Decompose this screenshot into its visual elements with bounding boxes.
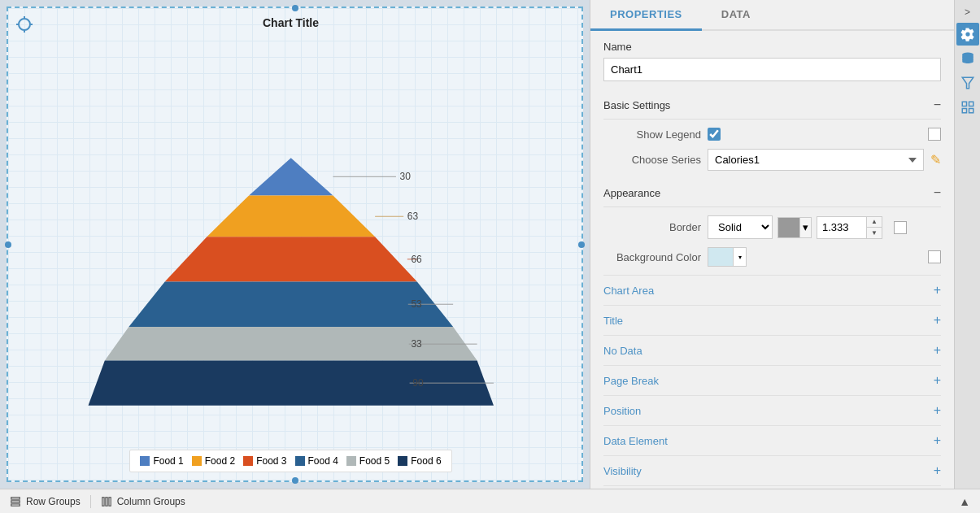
- right-sidebar: >: [954, 0, 980, 489]
- border-color-swatch[interactable]: [777, 217, 800, 238]
- resize-handle-top[interactable]: [292, 5, 298, 11]
- basic-settings-title: Basic Settings: [603, 99, 670, 111]
- choose-series-select[interactable]: Calories1: [708, 149, 924, 171]
- show-legend-checkbox2[interactable]: [928, 128, 941, 141]
- bg-color-label: Background Color: [603, 251, 701, 263]
- expandable-position[interactable]: Position +: [603, 395, 941, 425]
- show-legend-label: Show Legend: [603, 128, 701, 141]
- pyramid-chart: 30 63 66: [44, 150, 538, 443]
- legend-color-food5: [346, 456, 356, 466]
- name-input[interactable]: [603, 58, 941, 81]
- chevron-up-btn[interactable]: ▲: [959, 495, 970, 508]
- svg-rect-20: [969, 102, 973, 106]
- crosshair-icon[interactable]: [15, 15, 34, 34]
- border-width-group: ▲ ▼: [817, 216, 882, 239]
- chart-widget[interactable]: Chart Title 30: [7, 7, 583, 482]
- border-color-dropdown[interactable]: ▾: [800, 217, 812, 238]
- canvas-area: Chart Title 30: [0, 0, 590, 489]
- svg-text:90: 90: [412, 377, 424, 389]
- expandable-sections: Chart Area + Title + No Data + Page Brea…: [603, 275, 941, 489]
- svg-text:30: 30: [399, 171, 411, 182]
- chart-inner: Chart Title 30: [16, 16, 565, 472]
- legend-item-food5: Food 5: [346, 455, 390, 467]
- bg-color-picker: ▾: [708, 247, 747, 267]
- basic-settings-header: Basic Settings −: [603, 91, 941, 120]
- expandable-data-element[interactable]: Data Element +: [603, 425, 941, 455]
- svg-rect-26: [102, 497, 103, 506]
- sidebar-settings-btn[interactable]: [956, 23, 979, 46]
- row-groups-icon: [10, 496, 21, 507]
- sidebar-filter-btn[interactable]: [956, 72, 979, 94]
- appearance-title: Appearance: [603, 187, 660, 199]
- expandable-no-data[interactable]: No Data +: [603, 335, 941, 365]
- column-groups-item[interactable]: Column Groups: [91, 489, 195, 513]
- bottom-bar: Row Groups Column Groups ▲: [0, 489, 980, 513]
- show-legend-checkbox[interactable]: [708, 128, 721, 141]
- layer-food4: [128, 282, 453, 327]
- layer-food2: [207, 195, 375, 237]
- bg-color-row: Background Color ▾: [603, 247, 941, 267]
- svg-rect-27: [106, 497, 107, 506]
- resize-handle-left[interactable]: [5, 241, 11, 248]
- basic-settings-toggle[interactable]: −: [934, 98, 941, 112]
- border-width-spinners: ▲ ▼: [866, 217, 882, 238]
- legend-color-food1: [140, 456, 150, 466]
- legend-label-food3: Food 3: [256, 455, 286, 467]
- panel-content: Name Basic Settings − Show Legend Choose…: [590, 31, 954, 489]
- border-checkbox[interactable]: [894, 221, 907, 234]
- expandable-chart-area[interactable]: Chart Area +: [603, 275, 941, 305]
- resize-handle-bottom[interactable]: [292, 477, 298, 484]
- legend-label-food4: Food 4: [308, 455, 338, 467]
- appearance-toggle[interactable]: −: [934, 185, 941, 200]
- legend-color-food6: [398, 456, 407, 466]
- legend-item-food6: Food 6: [398, 455, 441, 467]
- svg-rect-19: [962, 102, 966, 106]
- sidebar-grid-btn[interactable]: [956, 96, 979, 119]
- border-style-select[interactable]: Solid Dashed Dotted: [708, 215, 773, 239]
- tab-data[interactable]: DATA: [702, 0, 770, 31]
- properties-panel: PROPERTIES DATA Name Basic Settings − Sh…: [590, 0, 954, 489]
- tab-properties[interactable]: PROPERTIES: [590, 0, 702, 31]
- legend-label-food1: Food 1: [153, 455, 183, 467]
- right-panel: PROPERTIES DATA Name Basic Settings − Sh…: [590, 0, 980, 489]
- svg-marker-18: [962, 77, 973, 89]
- sidebar-expand-btn[interactable]: >: [965, 3, 970, 21]
- legend-color-food3: [243, 456, 253, 466]
- series-edit-icon[interactable]: ✎: [930, 152, 941, 167]
- layer-food1: [249, 158, 333, 195]
- bg-color-checkbox[interactable]: [928, 250, 941, 263]
- svg-rect-24: [11, 500, 20, 502]
- svg-text:53: 53: [411, 298, 422, 310]
- border-width-input[interactable]: [817, 217, 866, 238]
- border-width-down[interactable]: ▼: [867, 228, 882, 238]
- svg-text:33: 33: [411, 338, 422, 350]
- bg-color-swatch[interactable]: [708, 247, 734, 267]
- expandable-page-break[interactable]: Page Break +: [603, 365, 941, 395]
- border-controls: Solid Dashed Dotted ▾ ▲ ▼: [708, 215, 882, 239]
- chart-body: 30 63 66: [16, 33, 565, 443]
- svg-rect-25: [11, 503, 20, 505]
- legend-item-food1: Food 1: [140, 455, 183, 467]
- row-groups-item[interactable]: Row Groups: [10, 489, 90, 513]
- legend-label-food5: Food 5: [359, 455, 390, 467]
- choose-series-label: Choose Series: [603, 154, 701, 166]
- svg-rect-28: [109, 497, 111, 506]
- show-legend-row: Show Legend: [603, 128, 941, 141]
- legend-item-food3: Food 3: [243, 455, 286, 467]
- resize-handle-right[interactable]: [578, 241, 585, 248]
- svg-text:63: 63: [407, 211, 419, 222]
- appearance-header: Appearance −: [603, 179, 941, 207]
- legend-label-food2: Food 2: [205, 455, 235, 467]
- border-width-up[interactable]: ▲: [867, 217, 882, 228]
- svg-rect-21: [962, 109, 966, 113]
- bg-color-dropdown[interactable]: ▾: [734, 247, 747, 267]
- expandable-title[interactable]: Title +: [603, 305, 941, 335]
- svg-point-0: [19, 19, 30, 30]
- chart-title: Chart Title: [263, 16, 319, 29]
- expandable-visibility[interactable]: Visibility +: [603, 455, 941, 485]
- border-color-picker: ▾: [777, 217, 812, 238]
- svg-rect-23: [11, 497, 20, 498]
- chart-legend: Food 1 Food 2 Food 3 Food 4: [129, 450, 451, 472]
- sidebar-database-btn[interactable]: [956, 47, 979, 70]
- column-groups-label: Column Groups: [117, 496, 185, 507]
